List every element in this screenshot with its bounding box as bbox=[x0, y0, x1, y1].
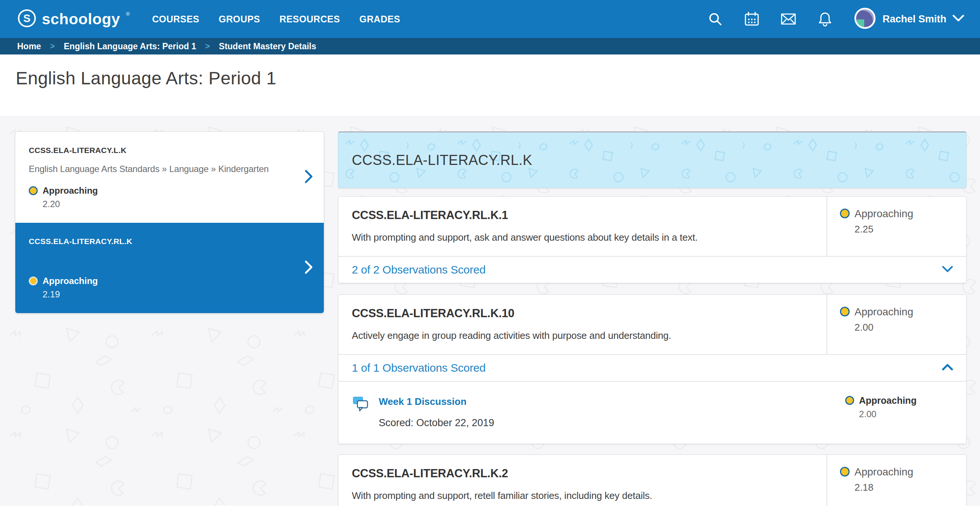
standard-description: English Language Arts Standards » Langua… bbox=[29, 164, 290, 174]
sidebar-item-literacy-rlk-selected[interactable]: CCSS.ELA-LITERACY.RL.K Approaching 2.19 bbox=[15, 223, 324, 313]
calendar-icon[interactable] bbox=[744, 11, 760, 27]
status-badge: Approaching 2.20 bbox=[29, 186, 290, 209]
standard-card-rlk2: CCSS.ELA-LITERACY.RL.K.2 With prompting … bbox=[338, 455, 967, 506]
breadcrumb-separator: > bbox=[50, 41, 55, 51]
breadcrumb-separator: > bbox=[205, 41, 210, 51]
standard-code: CCSS.ELA-LITERACY.L.K bbox=[29, 146, 290, 155]
chevron-up-icon[interactable] bbox=[942, 363, 953, 373]
status-badge: Approaching 2.00 bbox=[827, 295, 966, 354]
observation-scored-date: Scored: October 22, 2019 bbox=[379, 417, 494, 429]
nav-item-courses[interactable]: COURSES bbox=[152, 14, 199, 25]
messages-icon[interactable] bbox=[780, 11, 797, 27]
status-label: Approaching bbox=[43, 276, 98, 286]
observation-title-link[interactable]: Week 1 Discussion bbox=[379, 396, 494, 408]
standard-card-rlk1: CCSS.ELA-LITERACY.RL.K.1 With prompting … bbox=[338, 196, 967, 283]
breadcrumb-course[interactable]: English Language Arts: Period 1 bbox=[64, 41, 196, 51]
nav-item-grades[interactable]: GRADES bbox=[359, 14, 400, 25]
standard-card-header: CCSS.ELA-LITERACY.RL.K.2 With prompting … bbox=[338, 455, 966, 506]
nav-item-resources[interactable]: RESOURCES bbox=[279, 14, 340, 25]
status-score: 2.25 bbox=[854, 224, 913, 235]
standard-code: CCSS.ELA-LITERACY.RL.K.1 bbox=[352, 209, 813, 222]
status-score: 2.18 bbox=[854, 482, 913, 493]
status-badge: Approaching 2.18 bbox=[827, 455, 966, 506]
approaching-status-dot bbox=[845, 396, 854, 405]
chevron-right-icon[interactable] bbox=[304, 260, 313, 276]
standard-description: With prompting and support, retell famil… bbox=[352, 490, 813, 501]
sidebar-item-literacy-lk[interactable]: CCSS.ELA-LITERACY.L.K English Language A… bbox=[15, 132, 324, 223]
status-score: 2.00 bbox=[854, 322, 913, 333]
mastery-content: CCSS.ELA-LITERACY.L.K English Language A… bbox=[0, 116, 980, 506]
standard-description: With prompting and support, ask and answ… bbox=[352, 232, 813, 243]
brand-registered-mark: ® bbox=[126, 11, 130, 17]
status-label: Approaching bbox=[854, 466, 913, 478]
primary-nav: COURSES GROUPS RESOURCES GRADES bbox=[152, 14, 400, 25]
breadcrumb-current-page: Student Mastery Details bbox=[219, 41, 317, 51]
standard-card-header: CCSS.ELA-LITERACY.RL.K.1 With prompting … bbox=[338, 197, 966, 256]
svg-text:S: S bbox=[23, 12, 30, 24]
standard-card-rlk10: CCSS.ELA-LITERACY.RL.K.10 Actively engag… bbox=[338, 294, 967, 444]
chevron-right-icon[interactable] bbox=[304, 170, 313, 185]
approaching-status-dot bbox=[840, 467, 850, 476]
observations-scored-link[interactable]: 1 of 1 Observations Scored bbox=[352, 362, 485, 374]
status-badge: Approaching 2.25 bbox=[827, 197, 966, 256]
standard-code: CCSS.ELA-LITERACY.RL.K.10 bbox=[352, 307, 813, 320]
nav-right-controls: Rachel Smith bbox=[707, 7, 964, 31]
approaching-status-dot bbox=[29, 186, 38, 195]
standards-list-panel: CCSS.ELA-LITERACY.L.K English Language A… bbox=[15, 132, 324, 314]
avatar bbox=[853, 7, 877, 31]
status-badge: Approaching 2.00 bbox=[823, 395, 963, 429]
notifications-icon[interactable] bbox=[817, 11, 833, 27]
status-score: 2.19 bbox=[43, 289, 98, 300]
schoology-app: S schoology ® COURSES GROUPS RESOURCES G… bbox=[0, 0, 980, 506]
status-label: Approaching bbox=[854, 306, 913, 318]
user-menu[interactable]: Rachel Smith bbox=[853, 7, 964, 31]
standard-description: Actively engage in group reading activit… bbox=[352, 330, 813, 341]
user-name: Rachel Smith bbox=[883, 13, 947, 25]
schoology-s-icon: S bbox=[17, 9, 37, 30]
approaching-status-dot bbox=[29, 276, 38, 286]
chevron-down-icon[interactable] bbox=[942, 265, 953, 274]
selected-standard-banner: CCSS.ELA-LITERACY.RL.K bbox=[338, 132, 967, 188]
approaching-status-dot bbox=[840, 209, 850, 218]
selected-standard-title: CCSS.ELA-LITERACY.RL.K bbox=[352, 152, 532, 168]
standard-code: CCSS.ELA-LITERACY.RL.K bbox=[29, 237, 290, 246]
caret-down-icon bbox=[952, 14, 964, 24]
observations-toggle-row[interactable]: 1 of 1 Observations Scored bbox=[338, 354, 966, 381]
status-score: 2.20 bbox=[43, 199, 98, 209]
mastery-detail-column: CCSS.ELA-LITERACY.RL.K CCSS.ELA-LITERACY… bbox=[338, 132, 967, 506]
breadcrumb: Home > English Language Arts: Period 1 >… bbox=[0, 38, 980, 54]
approaching-status-dot bbox=[840, 307, 850, 316]
breadcrumb-home[interactable]: Home bbox=[17, 41, 41, 51]
page-title: English Language Arts: Period 1 bbox=[16, 68, 980, 89]
standard-card-header: CCSS.ELA-LITERACY.RL.K.10 Actively engag… bbox=[338, 295, 966, 354]
brand-wordmark: schoology bbox=[42, 10, 120, 28]
nav-item-groups[interactable]: GROUPS bbox=[219, 14, 260, 25]
status-label: Approaching bbox=[43, 186, 98, 196]
observation-detail-row: Week 1 Discussion Scored: October 22, 20… bbox=[338, 381, 966, 444]
schoology-logo[interactable]: S schoology ® bbox=[17, 9, 129, 30]
status-score: 2.00 bbox=[859, 409, 916, 419]
standards-sidebar: CCSS.ELA-LITERACY.L.K English Language A… bbox=[15, 132, 324, 506]
status-label: Approaching bbox=[859, 395, 916, 406]
discussion-icon bbox=[352, 395, 371, 416]
standard-code: CCSS.ELA-LITERACY.RL.K.2 bbox=[352, 467, 813, 480]
page-header: English Language Arts: Period 1 bbox=[0, 54, 980, 116]
status-badge: Approaching 2.19 bbox=[29, 276, 290, 300]
observations-scored-link[interactable]: 2 of 2 Observations Scored bbox=[352, 263, 485, 276]
status-label: Approaching bbox=[854, 208, 913, 220]
search-icon[interactable] bbox=[707, 11, 724, 27]
top-navbar: S schoology ® COURSES GROUPS RESOURCES G… bbox=[0, 0, 980, 38]
observations-toggle-row[interactable]: 2 of 2 Observations Scored bbox=[338, 256, 966, 283]
